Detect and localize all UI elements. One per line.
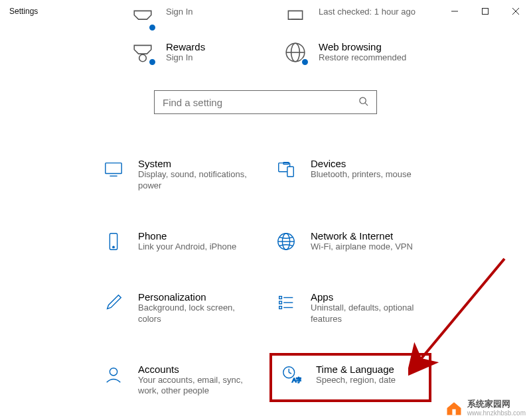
- watermark-text: 系统家园网: [467, 399, 526, 409]
- status-subtitle: Last checked: 1 hour ago: [319, 7, 416, 18]
- svg-point-16: [113, 246, 114, 247]
- globe-icon: [284, 41, 307, 64]
- category-apps[interactable]: Apps Uninstall, defaults, optional featu…: [271, 287, 430, 329]
- category-accounts[interactable]: Accounts Your accounts, email, sync, wor…: [98, 360, 258, 401]
- personalization-icon: [102, 291, 125, 314]
- settings-grid: System Display, sound, notifications, po…: [98, 154, 457, 401]
- devices-icon: [275, 158, 297, 180]
- watermark-url: www.hnzkhbsb.com: [467, 409, 526, 417]
- svg-rect-24: [279, 306, 282, 309]
- apps-icon: [275, 291, 297, 314]
- status-title: Web browsing: [319, 41, 406, 52]
- search-icon: [358, 96, 368, 108]
- window-title: Settings: [9, 7, 38, 16]
- accounts-icon: [102, 364, 125, 386]
- category-title: System: [138, 158, 254, 169]
- category-title: Phone: [138, 230, 236, 242]
- maximize-button[interactable]: [470, 1, 500, 22]
- svg-rect-32: [452, 409, 455, 415]
- category-title: Network & Internet: [311, 230, 413, 242]
- category-subtitle: Your accounts, email, sync, work, other …: [138, 375, 254, 397]
- status-card[interactable]: Sign In: [131, 7, 264, 29]
- search-container: [0, 90, 531, 114]
- svg-rect-10: [106, 163, 121, 174]
- category-title: Devices: [311, 158, 412, 169]
- time-language-icon: A字: [280, 364, 303, 386]
- category-time-language[interactable]: A字 Time & Language Speech, region, date: [271, 354, 430, 401]
- window-controls: [439, 1, 531, 22]
- watermark-logo-icon: [445, 399, 463, 417]
- category-title: Personalization: [138, 291, 254, 303]
- category-title: Time & Language: [316, 364, 396, 375]
- search-box[interactable]: [154, 90, 377, 114]
- status-subtitle: Sign In: [166, 7, 192, 18]
- status-subtitle: Sign In: [166, 52, 205, 64]
- category-subtitle: Wi-Fi, airplane mode, VPN: [311, 242, 413, 253]
- category-system[interactable]: System Display, sound, notifications, po…: [98, 154, 258, 196]
- category-network[interactable]: Network & Internet Wi-Fi, airplane mode,…: [271, 226, 430, 257]
- svg-point-4: [139, 54, 147, 62]
- minimize-button[interactable]: [439, 1, 470, 22]
- system-icon: [102, 158, 125, 180]
- watermark: 系统家园网 www.hnzkhbsb.com: [445, 399, 526, 417]
- update-cutoff-icon: [284, 7, 307, 29]
- phone-icon: [102, 230, 125, 253]
- category-subtitle: Uninstall, defaults, optional features: [311, 303, 426, 325]
- category-subtitle: Speech, region, date: [316, 375, 396, 386]
- search-input[interactable]: [163, 97, 355, 108]
- close-icon: [512, 8, 519, 15]
- svg-rect-1: [483, 9, 489, 15]
- status-title: Rewards: [166, 41, 205, 52]
- status-card-web[interactable]: Web browsing Restore recommended: [284, 41, 417, 64]
- category-phone[interactable]: Phone Link your Android, iPhone: [98, 226, 258, 257]
- svg-line-9: [365, 103, 368, 105]
- category-subtitle: Link your Android, iPhone: [138, 242, 236, 253]
- svg-point-26: [110, 368, 117, 375]
- status-subtitle: Restore recommended: [319, 52, 406, 64]
- svg-line-29: [289, 372, 291, 374]
- category-subtitle: Bluetooth, printers, mouse: [311, 169, 412, 180]
- status-card[interactable]: Last checked: 1 hour ago: [284, 7, 417, 29]
- svg-rect-22: [279, 301, 282, 304]
- network-icon: [275, 230, 297, 253]
- category-personalization[interactable]: Personalization Background, lock screen,…: [98, 287, 258, 329]
- status-card-rewards[interactable]: Rewards Sign In: [131, 41, 264, 64]
- svg-rect-20: [279, 296, 282, 299]
- svg-point-8: [360, 98, 366, 104]
- rewards-cutoff-icon: [131, 7, 154, 29]
- rewards-icon: [131, 41, 154, 64]
- svg-text:A字: A字: [292, 377, 301, 384]
- category-subtitle: Display, sound, notifications, power: [138, 169, 254, 192]
- svg-rect-13: [287, 167, 293, 176]
- category-devices[interactable]: Devices Bluetooth, printers, mouse: [271, 154, 430, 196]
- minimize-icon: [451, 8, 458, 15]
- category-title: Accounts: [138, 364, 254, 375]
- category-title: Apps: [311, 291, 426, 303]
- status-area: Sign In Last checked: 1 hour ago: [131, 7, 430, 64]
- maximize-icon: [482, 8, 489, 15]
- close-button[interactable]: [500, 1, 531, 22]
- category-subtitle: Background, lock screen, colors: [138, 303, 254, 325]
